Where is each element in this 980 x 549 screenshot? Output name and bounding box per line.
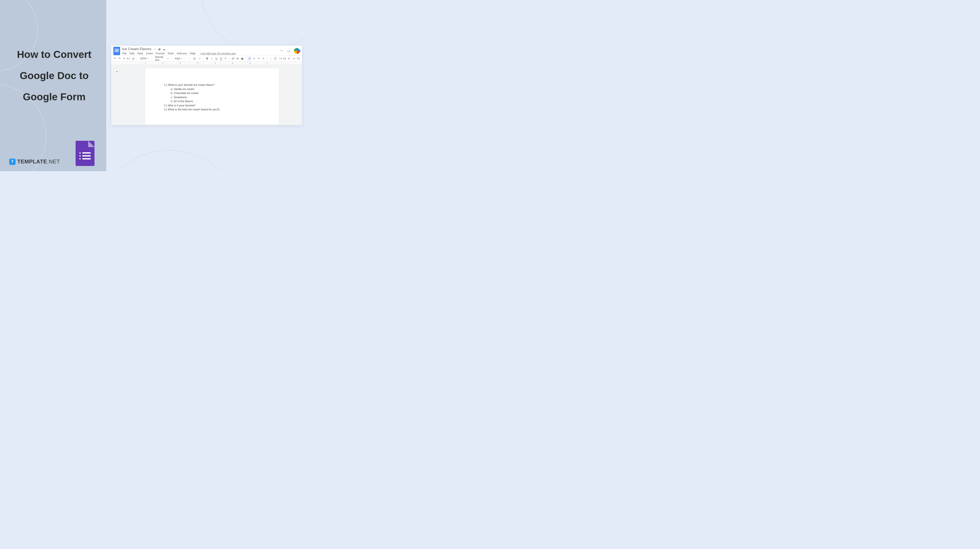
- doc-line: c. Strawberry: [164, 95, 260, 100]
- outline-toggle-icon[interactable]: ▤: [115, 69, 119, 73]
- google-docs-logo-icon[interactable]: [113, 47, 120, 55]
- google-forms-icon: [76, 141, 94, 166]
- redo-icon[interactable]: ↷: [118, 56, 121, 60]
- image-icon[interactable]: ▣: [240, 56, 244, 60]
- document-title[interactable]: Ice Cream Flavors: [122, 47, 151, 51]
- cloud-icon[interactable]: ☁: [163, 48, 165, 51]
- add-comment-icon[interactable]: ⊕: [235, 56, 239, 60]
- meet-icon[interactable]: [294, 48, 300, 54]
- menu-format[interactable]: Format: [156, 52, 164, 55]
- star-icon[interactable]: ☆: [153, 48, 156, 51]
- last-edit-link[interactable]: Last edit was 30 minutes ago: [200, 52, 236, 55]
- doc-line: a. Vanilla ice cream: [164, 87, 260, 91]
- brand-text: TEMPLATE.NET: [17, 159, 60, 165]
- underline-icon[interactable]: U: [215, 56, 218, 60]
- menu-edit[interactable]: Edit: [130, 52, 134, 55]
- brand-logo-icon: T: [9, 159, 16, 165]
- document-area: ▤ 1.) What is your favorite ice cream fl…: [111, 65, 302, 125]
- google-docs-window: Ice Cream Flavors ☆ ▣ ☁ File Edit View I…: [111, 46, 302, 125]
- font-size-decrease[interactable]: −: [187, 56, 191, 60]
- align-left-icon[interactable]: ≡: [248, 56, 251, 60]
- doc-line: 1.) What is your favorite ice cream flav…: [164, 83, 260, 87]
- doc-line: 3.) What is the best ice cream brand for…: [164, 108, 260, 112]
- spellcheck-icon[interactable]: A✓: [127, 56, 130, 60]
- align-center-icon[interactable]: ≡: [252, 56, 256, 60]
- bg-curve: [201, 0, 306, 52]
- menu-view[interactable]: View: [137, 52, 143, 55]
- menu-insert[interactable]: Insert: [146, 52, 153, 55]
- comment-icon[interactable]: ▭: [287, 49, 290, 53]
- menu-bar: File Edit View Insert Format Tools Add-o…: [122, 52, 278, 55]
- link-icon[interactable]: 🔗: [231, 56, 235, 60]
- font-select[interactable]: Arial▼: [173, 56, 183, 60]
- ruler[interactable]: 1 1 2 3 4 5 6 7: [111, 62, 302, 65]
- italic-icon[interactable]: I: [210, 56, 213, 60]
- numbered-list-icon[interactable]: 1≡: [283, 56, 286, 60]
- highlight-icon[interactable]: ✎: [224, 56, 228, 60]
- font-size-increase[interactable]: +: [198, 56, 202, 60]
- bg-curve: [96, 150, 243, 171]
- font-size-input[interactable]: 11: [192, 56, 197, 60]
- align-justify-icon[interactable]: ≡: [261, 56, 265, 60]
- menu-help[interactable]: Help: [190, 52, 196, 55]
- paint-format-icon[interactable]: 🖌: [132, 56, 135, 60]
- text-color-icon[interactable]: A: [219, 56, 223, 60]
- brand: T TEMPLATE.NET: [9, 159, 60, 165]
- print-icon[interactable]: ⎙: [122, 56, 126, 60]
- checklist-icon[interactable]: ☑: [274, 56, 277, 60]
- align-right-icon[interactable]: ≡: [257, 56, 261, 60]
- text-cursor: [219, 108, 219, 111]
- brand-name: TEMPLATE: [17, 159, 47, 165]
- clear-format-icon[interactable]: Tx: [296, 56, 300, 60]
- toolbar: ↶ ↷ ⎙ A✓ 🖌 100%▼ Normal text▼ Arial▼ − 1…: [111, 56, 302, 62]
- style-select[interactable]: Normal text▼: [154, 56, 170, 60]
- indent-increase-icon[interactable]: ⇥: [292, 56, 296, 60]
- menu-tools[interactable]: Tools: [167, 52, 173, 55]
- indent-decrease-icon[interactable]: ⇤: [287, 56, 291, 60]
- page-title: How to Convert Google Doc to Google Form: [10, 44, 98, 108]
- document-page[interactable]: 1.) What is your favorite ice cream flav…: [145, 68, 279, 125]
- menu-file[interactable]: File: [122, 52, 127, 55]
- move-icon[interactable]: ▣: [158, 48, 161, 51]
- brand-suffix: .NET: [47, 159, 60, 165]
- line-spacing-icon[interactable]: ↕: [269, 56, 272, 60]
- activity-icon[interactable]: 〰: [280, 49, 283, 53]
- menu-addons[interactable]: Add-ons: [177, 52, 187, 55]
- bullet-list-icon[interactable]: ⋮≡: [278, 56, 282, 60]
- zoom-select[interactable]: 100%▼: [139, 56, 150, 60]
- left-panel: How to Convert Google Doc to Google Form…: [0, 0, 106, 171]
- bold-icon[interactable]: B: [205, 56, 209, 60]
- undo-icon[interactable]: ↶: [113, 56, 117, 60]
- doc-line: 2.) Why is it your favorite?: [164, 103, 260, 108]
- docs-header: Ice Cream Flavors ☆ ▣ ☁ File Edit View I…: [111, 46, 302, 56]
- doc-line: b. Chocolate ice cream: [164, 91, 260, 95]
- doc-line: d. All of the flavors: [164, 99, 260, 103]
